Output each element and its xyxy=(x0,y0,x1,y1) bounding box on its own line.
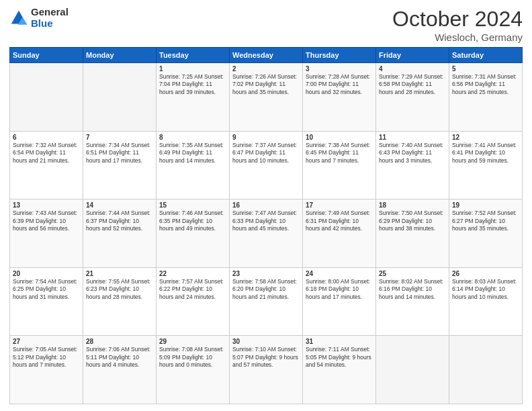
logo-text: General Blue xyxy=(31,7,69,29)
week-row-4: 27Sunrise: 7:05 AM Sunset: 5:12 PM Dayli… xyxy=(10,336,523,404)
day-info: Sunrise: 7:26 AM Sunset: 7:02 PM Dayligh… xyxy=(232,73,300,96)
day-info: Sunrise: 7:46 AM Sunset: 6:35 PM Dayligh… xyxy=(159,210,226,232)
day-number: 11 xyxy=(379,134,446,141)
day-cell: 11Sunrise: 7:40 AM Sunset: 6:43 PM Dayli… xyxy=(376,131,449,199)
day-cell xyxy=(376,336,449,404)
day-cell: 23Sunrise: 7:58 AM Sunset: 6:20 PM Dayli… xyxy=(230,267,303,336)
day-info: Sunrise: 7:34 AM Sunset: 6:51 PM Dayligh… xyxy=(86,142,153,165)
day-number: 6 xyxy=(13,134,80,141)
day-cell: 1Sunrise: 7:25 AM Sunset: 7:04 PM Daylig… xyxy=(157,63,230,132)
day-cell: 3Sunrise: 7:28 AM Sunset: 7:00 PM Daylig… xyxy=(303,63,376,132)
day-cell: 5Sunrise: 7:31 AM Sunset: 6:56 PM Daylig… xyxy=(449,63,523,132)
header-row: Sunday Monday Tuesday Wednesday Thursday… xyxy=(10,48,523,63)
logo-icon xyxy=(9,9,28,28)
location-title: Wiesloch, Germany xyxy=(392,32,523,43)
page: General Blue October 2024 Wiesloch, Germ… xyxy=(0,0,532,411)
title-section: October 2024 Wiesloch, Germany xyxy=(392,7,523,43)
day-number: 20 xyxy=(13,270,80,277)
day-cell: 18Sunrise: 7:50 AM Sunset: 6:29 PM Dayli… xyxy=(376,199,449,268)
week-row-1: 6Sunrise: 7:32 AM Sunset: 6:54 PM Daylig… xyxy=(10,131,523,199)
day-info: Sunrise: 7:43 AM Sunset: 6:39 PM Dayligh… xyxy=(13,210,80,232)
day-number: 25 xyxy=(379,270,446,277)
day-cell: 9Sunrise: 7:37 AM Sunset: 6:47 PM Daylig… xyxy=(230,131,303,199)
col-thursday: Thursday xyxy=(303,48,376,63)
day-number: 9 xyxy=(232,134,300,141)
day-info: Sunrise: 7:58 AM Sunset: 6:20 PM Dayligh… xyxy=(232,278,300,301)
week-row-0: 1Sunrise: 7:25 AM Sunset: 7:04 PM Daylig… xyxy=(10,63,523,132)
col-friday: Friday xyxy=(376,48,449,63)
day-number: 24 xyxy=(306,270,373,277)
day-info: Sunrise: 7:28 AM Sunset: 7:00 PM Dayligh… xyxy=(306,73,373,96)
day-number: 26 xyxy=(452,270,519,277)
day-number: 31 xyxy=(306,338,373,345)
day-cell: 13Sunrise: 7:43 AM Sunset: 6:39 PM Dayli… xyxy=(10,199,83,268)
day-number: 8 xyxy=(159,134,226,141)
week-row-3: 20Sunrise: 7:54 AM Sunset: 6:25 PM Dayli… xyxy=(10,267,523,336)
month-title: October 2024 xyxy=(392,7,523,32)
day-info: Sunrise: 7:41 AM Sunset: 6:41 PM Dayligh… xyxy=(452,142,519,165)
day-number: 3 xyxy=(306,65,373,73)
day-cell: 20Sunrise: 7:54 AM Sunset: 6:25 PM Dayli… xyxy=(10,267,83,336)
day-number: 23 xyxy=(232,270,300,277)
day-cell: 26Sunrise: 8:03 AM Sunset: 6:14 PM Dayli… xyxy=(449,267,523,336)
day-number: 16 xyxy=(232,201,300,209)
day-cell: 12Sunrise: 7:41 AM Sunset: 6:41 PM Dayli… xyxy=(449,131,523,199)
day-cell: 21Sunrise: 7:55 AM Sunset: 6:23 PM Dayli… xyxy=(83,267,157,336)
col-monday: Monday xyxy=(83,48,157,63)
day-number: 15 xyxy=(159,201,226,209)
day-cell: 31Sunrise: 7:11 AM Sunset: 5:05 PM Dayli… xyxy=(303,336,376,404)
day-number: 12 xyxy=(452,134,519,141)
day-number: 10 xyxy=(306,134,373,141)
col-tuesday: Tuesday xyxy=(157,48,230,63)
day-number: 2 xyxy=(232,65,300,73)
day-info: Sunrise: 7:10 AM Sunset: 5:07 PM Dayligh… xyxy=(232,346,300,369)
day-cell: 27Sunrise: 7:05 AM Sunset: 5:12 PM Dayli… xyxy=(10,336,83,404)
logo: General Blue xyxy=(9,7,69,29)
day-info: Sunrise: 7:40 AM Sunset: 6:43 PM Dayligh… xyxy=(379,142,446,165)
day-number: 18 xyxy=(379,201,446,209)
day-info: Sunrise: 7:11 AM Sunset: 5:05 PM Dayligh… xyxy=(306,346,373,369)
day-info: Sunrise: 7:38 AM Sunset: 6:45 PM Dayligh… xyxy=(306,142,373,165)
day-number: 30 xyxy=(232,338,300,345)
day-number: 17 xyxy=(306,201,373,209)
day-info: Sunrise: 7:25 AM Sunset: 7:04 PM Dayligh… xyxy=(159,73,226,96)
day-cell: 24Sunrise: 8:00 AM Sunset: 6:18 PM Dayli… xyxy=(303,267,376,336)
day-number: 13 xyxy=(13,201,80,209)
day-info: Sunrise: 7:55 AM Sunset: 6:23 PM Dayligh… xyxy=(86,278,153,301)
day-info: Sunrise: 7:47 AM Sunset: 6:33 PM Dayligh… xyxy=(232,210,300,232)
col-saturday: Saturday xyxy=(449,48,523,63)
day-info: Sunrise: 7:31 AM Sunset: 6:56 PM Dayligh… xyxy=(452,73,519,96)
day-cell: 29Sunrise: 7:08 AM Sunset: 5:09 PM Dayli… xyxy=(157,336,230,404)
day-number: 19 xyxy=(452,201,519,209)
day-number: 4 xyxy=(379,65,446,73)
day-info: Sunrise: 7:06 AM Sunset: 5:11 PM Dayligh… xyxy=(86,346,153,369)
day-info: Sunrise: 7:44 AM Sunset: 6:37 PM Dayligh… xyxy=(86,210,153,232)
day-number: 21 xyxy=(86,270,153,277)
day-cell: 4Sunrise: 7:29 AM Sunset: 6:58 PM Daylig… xyxy=(376,63,449,132)
day-number: 29 xyxy=(159,338,226,345)
day-number: 22 xyxy=(159,270,226,277)
day-cell: 8Sunrise: 7:35 AM Sunset: 6:49 PM Daylig… xyxy=(157,131,230,199)
day-cell: 19Sunrise: 7:52 AM Sunset: 6:27 PM Dayli… xyxy=(449,199,523,268)
day-number: 27 xyxy=(13,338,80,345)
day-info: Sunrise: 8:03 AM Sunset: 6:14 PM Dayligh… xyxy=(452,278,519,301)
day-number: 14 xyxy=(86,201,153,209)
day-cell: 17Sunrise: 7:49 AM Sunset: 6:31 PM Dayli… xyxy=(303,199,376,268)
day-cell xyxy=(83,63,157,132)
day-info: Sunrise: 7:54 AM Sunset: 6:25 PM Dayligh… xyxy=(13,278,80,301)
day-info: Sunrise: 7:32 AM Sunset: 6:54 PM Dayligh… xyxy=(13,142,80,165)
day-info: Sunrise: 7:35 AM Sunset: 6:49 PM Dayligh… xyxy=(159,142,226,165)
logo-general: General xyxy=(31,7,69,18)
day-info: Sunrise: 7:50 AM Sunset: 6:29 PM Dayligh… xyxy=(379,210,446,232)
day-info: Sunrise: 7:08 AM Sunset: 5:09 PM Dayligh… xyxy=(159,346,226,369)
day-info: Sunrise: 7:37 AM Sunset: 6:47 PM Dayligh… xyxy=(232,142,300,165)
day-cell: 25Sunrise: 8:02 AM Sunset: 6:16 PM Dayli… xyxy=(376,267,449,336)
day-cell: 16Sunrise: 7:47 AM Sunset: 6:33 PM Dayli… xyxy=(230,199,303,268)
day-info: Sunrise: 7:49 AM Sunset: 6:31 PM Dayligh… xyxy=(306,210,373,232)
col-wednesday: Wednesday xyxy=(230,48,303,63)
day-cell: 14Sunrise: 7:44 AM Sunset: 6:37 PM Dayli… xyxy=(83,199,157,268)
day-cell: 30Sunrise: 7:10 AM Sunset: 5:07 PM Dayli… xyxy=(230,336,303,404)
logo-blue: Blue xyxy=(31,18,69,30)
day-info: Sunrise: 8:00 AM Sunset: 6:18 PM Dayligh… xyxy=(306,278,373,301)
calendar-table: Sunday Monday Tuesday Wednesday Thursday… xyxy=(9,47,523,404)
